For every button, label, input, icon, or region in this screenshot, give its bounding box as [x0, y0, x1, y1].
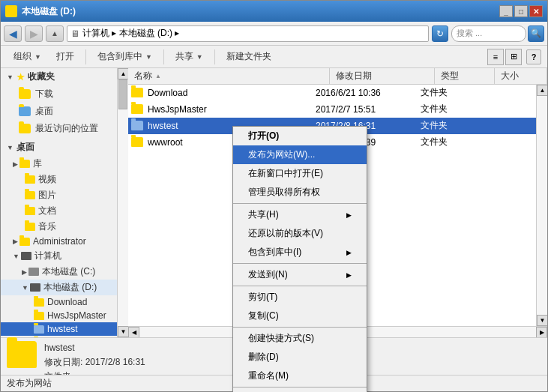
- ctx-restore-label: 还原以前的版本(V): [248, 227, 323, 240]
- sidebar-item-recent[interactable]: 最近访问的位置: [1, 120, 117, 137]
- col-size-header[interactable]: 大小: [495, 68, 547, 84]
- close-button[interactable]: ✕: [529, 5, 543, 17]
- ctx-copy[interactable]: 复制(C): [233, 307, 367, 325]
- forward-button[interactable]: ▶: [25, 25, 43, 42]
- minimize-button[interactable]: _: [499, 5, 513, 17]
- include-dropdown-icon: ▼: [145, 53, 152, 61]
- sidebar-scroll-thumb[interactable]: [118, 79, 127, 109]
- table-row[interactable]: HwsJspMaster 2017/2/7 15:51 文件夹: [128, 101, 536, 118]
- tree-item-video[interactable]: 视频: [1, 172, 117, 187]
- tree-item-sub-hwstest[interactable]: hwstest: [1, 322, 117, 336]
- ctx-send-to[interactable]: 发送到(N) ▶: [233, 265, 367, 284]
- sub-download-icon: [34, 298, 44, 307]
- col-name-sort-icon: ▲: [155, 73, 161, 79]
- video-folder-icon: [25, 175, 35, 184]
- h-scroll-left[interactable]: ◀: [128, 327, 139, 338]
- search-button[interactable]: 🔍: [528, 25, 544, 42]
- view-details-button[interactable]: ≡: [487, 49, 504, 65]
- image-folder-icon: [25, 191, 35, 199]
- sidebar-scroll-down[interactable]: ▼: [118, 326, 129, 337]
- ctx-include[interactable]: 包含到库中(I) ▶: [233, 243, 367, 262]
- folder-icon: [131, 104, 143, 114]
- file-scroll-up[interactable]: ▲: [537, 85, 547, 96]
- favorites-label: 收藏夹: [28, 70, 55, 83]
- file-type: 文件夹: [421, 86, 481, 99]
- sidebar-scroll-track: [118, 79, 128, 326]
- tree-item-sub-hwsjsp[interactable]: HwsJspMaster: [1, 309, 117, 322]
- col-type-header[interactable]: 类型: [435, 68, 495, 84]
- ctx-delete[interactable]: 删除(D): [233, 348, 367, 367]
- search-placeholder: 搜索 ...: [457, 28, 482, 39]
- view-icons-button[interactable]: ⊞: [505, 49, 522, 65]
- new-folder-button[interactable]: 新建文件夹: [220, 48, 278, 66]
- desktop-arrow: ▼: [7, 144, 13, 151]
- computer-arrow: ▼: [13, 253, 19, 260]
- tree-item-image[interactable]: 图片: [1, 187, 117, 203]
- tree-item-admin[interactable]: ▶ Administrator: [1, 235, 117, 248]
- tree-item-computer[interactable]: ▼ 计算机: [1, 248, 117, 264]
- sub-hwstest-label: hwstest: [47, 324, 78, 334]
- library-arrow: ▶: [13, 160, 18, 168]
- toolbar-separator-2: [163, 49, 164, 64]
- tree-item-disk-d[interactable]: ▼ 本地磁盘 (D:): [1, 280, 117, 295]
- tree-item-disk-c[interactable]: ▶ 本地磁盘 (C:): [1, 264, 117, 280]
- tree-item-sub-download[interactable]: Download: [1, 295, 117, 309]
- ctx-create-shortcut[interactable]: 创建快捷方式(S): [233, 329, 367, 348]
- disk-d-icon: [30, 283, 40, 292]
- share-dropdown-icon: ▼: [196, 53, 203, 61]
- disk-c-label: 本地磁盘 (C:): [42, 265, 95, 278]
- open-button[interactable]: 打开: [49, 48, 81, 66]
- organize-button[interactable]: 组织 ▼: [7, 48, 48, 66]
- up-button[interactable]: ▲: [46, 25, 64, 42]
- desktop-section-header[interactable]: ▼ 桌面: [1, 139, 117, 156]
- h-scroll-right[interactable]: ▶: [536, 327, 547, 338]
- sidebar-scrollbar: ▲ ▼: [117, 68, 128, 337]
- ctx-send-to-arrow: ▶: [346, 271, 352, 279]
- table-row[interactable]: Download 2016/6/21 10:36 文件夹: [128, 85, 536, 101]
- address-path[interactable]: 🖥 计算机 ▸ 本地磁盘 (D:) ▸: [67, 25, 429, 42]
- col-date-header[interactable]: 修改日期: [330, 68, 435, 84]
- folder-icon: [131, 88, 143, 97]
- ctx-rename-label: 重命名(M): [248, 370, 289, 382]
- ctx-open[interactable]: 打开(O): [233, 127, 367, 145]
- help-button[interactable]: ?: [526, 49, 541, 64]
- title-bar-controls: _ □ ✕: [499, 5, 543, 17]
- tree-item-music[interactable]: 音乐: [1, 219, 117, 235]
- ctx-sep-4: [233, 327, 367, 328]
- library-label: 库: [33, 157, 42, 170]
- sidebar-item-desktop[interactable]: 桌面: [1, 103, 117, 120]
- tree-item-library[interactable]: ▶ 库: [1, 156, 117, 172]
- open-label: 打开: [56, 50, 74, 63]
- col-name-header[interactable]: 名称 ▲: [128, 68, 330, 84]
- sidebar: ▼ ★ 收藏夹 下载 桌面 最近访问的位置: [1, 68, 117, 337]
- ctx-new-window[interactable]: 在新窗口中打开(E): [233, 164, 367, 183]
- file-scroll-down[interactable]: ▼: [537, 315, 547, 326]
- ctx-properties[interactable]: 属性(R): [233, 389, 367, 392]
- tree-item-doc[interactable]: 文档: [1, 203, 117, 219]
- share-button[interactable]: 共享 ▼: [169, 48, 210, 66]
- music-folder-icon: [25, 223, 35, 231]
- title-bar: 本地磁盘 (D:) _ □ ✕: [1, 1, 547, 22]
- file-type: 文件夹: [421, 119, 481, 132]
- search-box[interactable]: 搜索 ...: [451, 25, 526, 42]
- desktop-section: ▼ 桌面 ▶ 库 视频: [1, 139, 117, 337]
- maximize-button[interactable]: □: [514, 5, 528, 17]
- ctx-publish[interactable]: 发布为网站(W)...: [233, 145, 367, 164]
- ctx-share[interactable]: 共享(H) ▶: [233, 205, 367, 224]
- favorites-header[interactable]: ▼ ★ 收藏夹: [1, 68, 117, 85]
- main-window: 本地磁盘 (D:) _ □ ✕ ◀ ▶ ▲ 🖥 计算机 ▸ 本地磁盘 (D:) …: [0, 0, 548, 392]
- ctx-sep-2: [233, 263, 367, 264]
- sidebar-item-download[interactable]: 下载: [1, 85, 117, 103]
- column-headers: 名称 ▲ 修改日期 类型 大小: [128, 68, 547, 85]
- ctx-rename[interactable]: 重命名(M): [233, 367, 367, 385]
- ctx-cut[interactable]: 剪切(T): [233, 288, 367, 307]
- include-in-button[interactable]: 包含到库中 ▼: [91, 48, 159, 66]
- organize-dropdown-icon: ▼: [34, 53, 41, 61]
- ctx-admin-access[interactable]: 管理员取得所有权: [233, 183, 367, 202]
- refresh-button[interactable]: ↻: [432, 25, 448, 42]
- ctx-restore[interactable]: 还原以前的版本(V): [233, 224, 367, 243]
- ctx-include-arrow: ▶: [346, 249, 352, 256]
- ctx-admin-access-label: 管理员取得所有权: [248, 186, 320, 199]
- sidebar-scroll-up[interactable]: ▲: [118, 68, 129, 79]
- back-button[interactable]: ◀: [4, 25, 22, 42]
